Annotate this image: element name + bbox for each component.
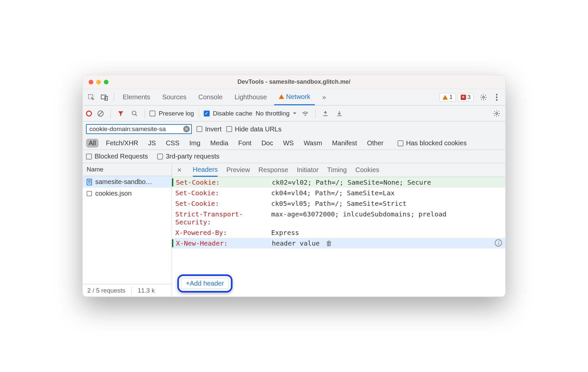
errors-badge[interactable]: ✕ 3: [458, 93, 474, 102]
third-party-label: 3rd-party requests: [166, 153, 219, 160]
header-value: ck05=vl05; Path=/; SameSite=Strict: [271, 200, 502, 208]
detail-tab-cookies[interactable]: Cookies: [356, 163, 379, 177]
invert-checkbox[interactable]: [196, 126, 202, 132]
header-value: ck02=vl02; Path=/; SameSite=None; Secure: [272, 178, 502, 186]
tabs-overflow[interactable]: »: [317, 89, 330, 105]
tab-console[interactable]: Console: [194, 89, 227, 105]
clear-icon[interactable]: [95, 108, 106, 119]
type-other[interactable]: Other: [364, 139, 386, 148]
type-wasm[interactable]: Wasm: [301, 139, 325, 148]
svg-line-10: [136, 114, 137, 116]
search-icon[interactable]: [129, 108, 140, 119]
filter-icon[interactable]: [115, 108, 126, 119]
header-name: Set-Cookie:: [175, 200, 271, 208]
tab-sources[interactable]: Sources: [157, 89, 191, 105]
tab-network[interactable]: Network: [274, 89, 315, 105]
type-img[interactable]: Img: [187, 139, 203, 148]
device-toolbar-icon[interactable]: [99, 92, 110, 103]
blocked-requests-checkbox[interactable]: [86, 154, 92, 160]
detail-tab-initiator[interactable]: Initiator: [297, 163, 319, 177]
type-fetch-xhr[interactable]: Fetch/XHR: [103, 139, 141, 148]
type-ws[interactable]: WS: [280, 139, 296, 148]
network-settings-icon[interactable]: [491, 108, 502, 119]
warning-triangle-icon: [279, 94, 284, 99]
header-row[interactable]: X-Powered-By:Express: [172, 227, 505, 238]
info-icon[interactable]: i: [495, 239, 502, 247]
type-font[interactable]: Font: [235, 139, 254, 148]
third-party-checkbox[interactable]: [157, 154, 163, 160]
hide-data-urls-label: Hide data URLs: [235, 125, 281, 133]
disable-cache-checkbox[interactable]: [204, 111, 210, 116]
throttling-select[interactable]: No throttling: [256, 110, 297, 117]
chevron-down-icon: [293, 112, 297, 115]
request-detail: × Headers Preview Response Initiator Tim…: [172, 163, 505, 297]
type-all[interactable]: All: [86, 139, 99, 148]
inspect-icon[interactable]: [86, 92, 97, 103]
export-har-icon[interactable]: [320, 108, 331, 119]
type-js[interactable]: JS: [146, 139, 158, 148]
more-menu-icon[interactable]: [491, 92, 502, 103]
has-blocked-cookies-checkbox[interactable]: [398, 140, 403, 146]
header-row[interactable]: Strict-Transport-Security:max-age=630720…: [172, 209, 505, 227]
detail-tab-timing[interactable]: Timing: [327, 163, 347, 177]
tab-elements[interactable]: Elements: [118, 89, 155, 105]
document-icon: [87, 179, 92, 185]
type-manifest[interactable]: Manifest: [329, 139, 360, 148]
network-conditions-icon[interactable]: [300, 108, 311, 119]
header-row[interactable]: Set-Cookie:ck04=vl04; Path=/; SameSite=L…: [172, 188, 505, 198]
record-button[interactable]: [86, 111, 92, 116]
type-css[interactable]: CSS: [163, 139, 182, 148]
clear-filter-icon[interactable]: ✕: [183, 126, 190, 132]
detail-tab-response[interactable]: Response: [259, 163, 288, 177]
network-toolbar: Preserve log Disable cache No throttling: [83, 106, 505, 121]
svg-point-4: [496, 94, 498, 95]
column-header-name[interactable]: Name: [83, 163, 172, 176]
warning-triangle-icon: [442, 95, 448, 100]
has-blocked-cookies-label: Has blocked cookies: [406, 139, 467, 147]
settings-icon[interactable]: [478, 92, 489, 103]
devtools-window: DevTools - samesite-sandbox.glitch.me/ E…: [82, 75, 506, 297]
header-name: X-Powered-By:: [175, 229, 271, 237]
add-header-highlight: +Add header: [177, 274, 232, 293]
hide-data-urls-checkbox[interactable]: [226, 126, 232, 132]
header-name: Set-Cookie:: [176, 178, 272, 186]
warnings-badge[interactable]: 1: [440, 93, 455, 102]
divider: [315, 109, 315, 118]
svg-point-9: [132, 111, 136, 115]
panel-tabs: Elements Sources Console Lighthouse Netw…: [83, 89, 505, 106]
filter-input[interactable]: cookie-domain:samesite-sa ✕: [86, 124, 192, 134]
header-row[interactable]: X-New-Header:header value 🗑i: [172, 238, 505, 249]
error-square-icon: ✕: [461, 95, 466, 100]
file-icon: [87, 191, 92, 196]
detail-tab-headers[interactable]: Headers: [193, 163, 218, 177]
type-doc[interactable]: Doc: [259, 139, 276, 148]
blocked-requests-label: Blocked Requests: [95, 153, 148, 160]
delete-header-icon[interactable]: 🗑: [326, 239, 332, 247]
divider: [199, 109, 199, 118]
svg-point-12: [496, 113, 498, 115]
import-har-icon[interactable]: [334, 108, 345, 119]
detail-tabs: × Headers Preview Response Initiator Tim…: [172, 163, 505, 177]
header-name: Strict-Transport-Security:: [175, 210, 271, 226]
override-indicator: [172, 178, 173, 186]
header-value: max-age=63072000; inlcudeSubdomains; pre…: [271, 210, 502, 218]
tab-lighthouse[interactable]: Lighthouse: [230, 89, 272, 105]
header-row[interactable]: Set-Cookie:ck05=vl05; Path=/; SameSite=S…: [172, 198, 505, 209]
header-row[interactable]: Set-Cookie:ck02=vl02; Path=/; SameSite=N…: [172, 177, 505, 188]
preserve-log-checkbox[interactable]: [149, 111, 155, 116]
svg-point-3: [483, 96, 484, 98]
status-size: 11.3 k: [138, 287, 155, 294]
type-media[interactable]: Media: [208, 139, 231, 148]
split-view: Name samesite-sandbo… cookies.json 2 / 5…: [83, 163, 505, 297]
add-header-button[interactable]: +Add header: [181, 278, 229, 289]
header-value: Express: [271, 229, 502, 237]
svg-point-11: [305, 115, 306, 116]
header-name: X-New-Header:: [176, 239, 272, 247]
request-row[interactable]: samesite-sandbo…: [83, 176, 172, 188]
request-row[interactable]: cookies.json: [83, 188, 172, 199]
additional-filters: Blocked Requests 3rd-party requests: [83, 150, 505, 163]
divider: [110, 109, 111, 118]
header-name: Set-Cookie:: [175, 189, 271, 197]
close-detail-icon[interactable]: ×: [175, 166, 184, 174]
detail-tab-preview[interactable]: Preview: [226, 163, 250, 177]
